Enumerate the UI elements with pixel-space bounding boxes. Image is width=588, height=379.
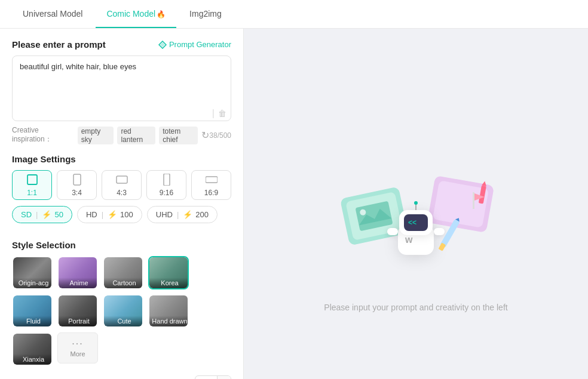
ratio-icon-16-9 <box>206 174 218 187</box>
right-panel: << w <box>244 29 588 379</box>
more-dots-icon: ··· <box>72 338 83 349</box>
style-img-portrait: Portrait <box>59 295 98 326</box>
prompt-header: Please enter a prompt Prompt Generator <box>12 39 231 50</box>
ratio-btn-1-1[interactable]: 1:1 <box>12 170 52 200</box>
quality-row: SD | ⚡ 50 HD | ⚡ 100 UHD | ⚡ 200 <box>12 206 231 223</box>
divider-2: | <box>102 210 103 219</box>
style-item-fluid[interactable]: Fluid <box>12 294 53 328</box>
style-item-korea[interactable]: Korea <box>148 256 189 289</box>
ratio-btn-9-16[interactable]: 9:16 <box>146 170 186 200</box>
style-item-xianxia[interactable]: Xianxia <box>12 332 53 366</box>
style-item-cartoon[interactable]: Cartoon <box>103 256 143 289</box>
svg-text:<<: << <box>408 218 416 227</box>
style-selection-title: Style Selection <box>12 240 231 250</box>
ratio-label-3-4: 3:4 <box>72 189 82 197</box>
style-grid: Origin-acg Anime Cartoon Korea F <box>12 256 231 366</box>
svg-rect-2 <box>117 176 127 183</box>
inspiration-label: Creative inspiration： <box>12 126 74 144</box>
lightning-icon-1: ⚡ <box>42 210 51 219</box>
style-img-anime: Anime <box>59 257 98 288</box>
ratio-label-1-1: 1:1 <box>27 189 37 197</box>
tab-img2img[interactable]: Img2img <box>179 1 232 28</box>
style-label-anime: Anime <box>59 278 98 288</box>
tabs-bar: Universal Model Comic Model🔥 Img2img <box>0 0 588 29</box>
ratio-icon-1-1 <box>26 174 38 187</box>
svg-rect-4 <box>206 177 218 183</box>
tab-comic[interactable]: Comic Model🔥 <box>96 1 176 28</box>
inspiration-tag-0[interactable]: empty sky <box>78 127 114 144</box>
svg-point-18 <box>414 201 418 205</box>
style-img-fluid: Fluid <box>13 295 53 326</box>
inspiration-row: Creative inspiration： empty sky red lant… <box>12 126 209 144</box>
robot-scene: << w <box>326 159 506 291</box>
style-item-origin[interactable]: Origin-acg <box>12 256 53 289</box>
svg-rect-3 <box>164 174 170 186</box>
style-item-portrait[interactable]: Portrait <box>57 294 98 328</box>
divider-1: | <box>36 210 38 219</box>
main-layout: Please enter a prompt Prompt Generator b… <box>0 29 588 379</box>
style-label-korea: Korea <box>149 278 189 288</box>
style-item-more[interactable]: ··· More <box>57 332 98 363</box>
image-settings-title: Image Settings <box>12 154 231 164</box>
quality-hd-label: HD <box>86 210 97 219</box>
style-label-handdrawn: Hand drawn <box>149 316 189 326</box>
style-img-xianxia: Xianxia <box>13 334 53 365</box>
lightning-icon-2: ⚡ <box>108 210 117 219</box>
tab-universal[interactable]: Universal Model <box>12 1 93 28</box>
style-item-anime[interactable]: Anime <box>57 256 98 289</box>
style-label-xianxia: Xianxia <box>13 354 53 365</box>
style-label-fluid: Fluid <box>13 316 53 326</box>
ratio-label-4-3: 4:3 <box>117 189 127 197</box>
svg-rect-1 <box>74 174 81 185</box>
left-panel: Please enter a prompt Prompt Generator b… <box>0 29 244 379</box>
ratio-row: 1:1 3:4 4:3 9:16 <box>12 170 231 200</box>
style-item-cute[interactable]: Cute <box>103 294 143 328</box>
quality-uhd-label: UHD <box>156 210 173 219</box>
prompt-textarea-wrapper: beautiful girl, white hair, blue eyes | … <box>12 56 231 124</box>
trash-icon[interactable]: 🗑 <box>218 109 226 118</box>
svg-rect-0 <box>27 175 37 184</box>
textarea-actions: | 🗑 <box>212 108 226 119</box>
separator: | <box>212 108 215 119</box>
style-label-cartoon: Cartoon <box>104 278 143 288</box>
style-label-cute: Cute <box>104 316 143 326</box>
svg-rect-25 <box>473 192 474 209</box>
char-count: 38/500 <box>209 131 231 140</box>
ratio-btn-4-3[interactable]: 4:3 <box>102 170 142 200</box>
svg-text:w: w <box>405 235 413 245</box>
style-img-cute: Cute <box>104 295 143 326</box>
stepper-buttons: ▲ ▼ <box>217 376 231 379</box>
ratio-btn-3-4[interactable]: 3:4 <box>57 170 97 200</box>
svg-rect-20 <box>387 228 398 235</box>
drawings-stepper: ▲ ▼ <box>195 375 231 379</box>
quality-btn-uhd[interactable]: UHD | ⚡ 200 <box>147 206 218 223</box>
style-item-handdrawn[interactable]: Hand drawn <box>148 294 189 328</box>
quality-btn-sd[interactable]: SD | ⚡ 50 <box>12 206 72 223</box>
prompt-textarea[interactable]: beautiful girl, white hair, blue eyes <box>12 56 231 121</box>
more-label: More <box>70 350 85 358</box>
inspiration-tag-1[interactable]: red lantern <box>117 127 155 144</box>
stepper-up-button[interactable]: ▲ <box>218 376 231 379</box>
right-illustration: << w <box>324 159 507 312</box>
style-img-korea: Korea <box>149 257 189 288</box>
prompt-footer: Creative inspiration： empty sky red lant… <box>12 126 231 144</box>
divider-3: | <box>177 210 179 219</box>
ratio-icon-3-4 <box>71 174 83 187</box>
inspiration-tag-2[interactable]: totem chief <box>159 127 198 144</box>
robot-svg: << w <box>326 159 506 291</box>
refresh-icon[interactable]: ↻ <box>201 130 209 141</box>
ratio-label-9-16: 9:16 <box>160 189 173 197</box>
style-img-handdrawn: Hand drawn <box>149 295 189 326</box>
style-label-origin: Origin-acg <box>13 278 53 288</box>
ratio-btn-16-9[interactable]: 16:9 <box>191 170 231 200</box>
diamond-icon <box>158 41 167 49</box>
fire-badge: 🔥 <box>157 10 166 19</box>
prompt-generator-button[interactable]: Prompt Generator <box>158 40 231 49</box>
prompt-generator-label: Prompt Generator <box>169 40 231 49</box>
style-label-portrait: Portrait <box>59 316 98 326</box>
prompt-title: Please enter a prompt <box>12 39 106 50</box>
quality-uhd-value: 200 <box>195 210 209 219</box>
style-img-cartoon: Cartoon <box>104 257 143 288</box>
quality-btn-hd[interactable]: HD | ⚡ 100 <box>77 206 142 223</box>
style-img-origin: Origin-acg <box>13 257 53 288</box>
